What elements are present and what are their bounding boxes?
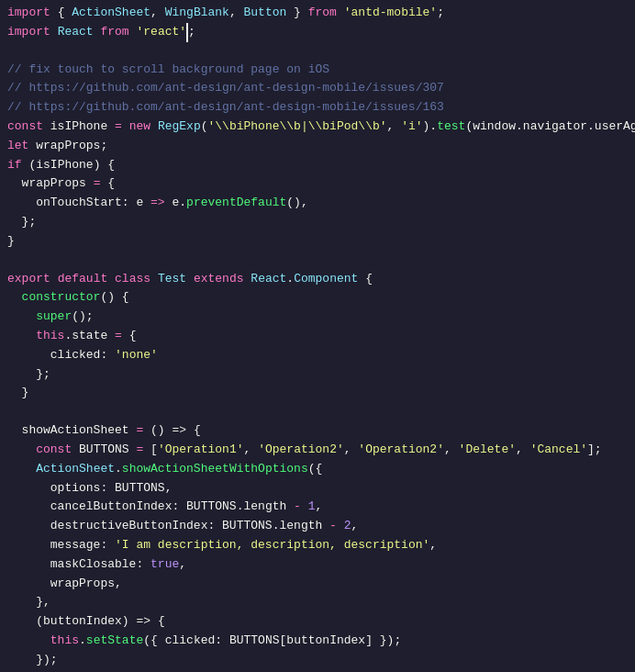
code-line-2: import React from 'react'; <box>0 23 635 42</box>
code-line-31: wrapProps, <box>0 575 635 594</box>
code-line-21: } <box>0 384 635 403</box>
code-editor: import { ActionSheet, WingBlank, Button … <box>0 0 635 672</box>
code-line-27: cancelButtonIndex: BUTTONS.length - 1, <box>0 498 635 517</box>
code-line-14 <box>0 252 635 270</box>
code-line-22 <box>0 403 635 421</box>
code-line-16: constructor() { <box>0 288 635 308</box>
code-line-33: (buttonIndex) => { <box>0 612 635 632</box>
code-line-29: message: 'I am description, description,… <box>0 536 635 555</box>
code-line-11: onTouchStart: e => e.preventDefault(), <box>0 194 635 213</box>
code-line-25: ActionSheet.showActionSheetWithOptions({ <box>0 460 635 479</box>
code-line-1: import { ActionSheet, WingBlank, Button … <box>0 4 635 23</box>
code-line-9: if (isIPhone) { <box>0 156 635 175</box>
code-line-8: let wrapProps; <box>0 137 635 156</box>
code-line-32: }, <box>0 593 635 612</box>
code-line-6: // https://github.com/ant-design/ant-des… <box>0 98 635 118</box>
code-line-15: export default class Test extends React.… <box>0 270 635 289</box>
code-line-28: destructiveButtonIndex: BUTTONS.length -… <box>0 517 635 536</box>
code-line-23: showActionSheet = () => { <box>0 421 635 441</box>
code-line-10: wrapProps = { <box>0 174 635 194</box>
code-line-17: super(); <box>0 308 635 327</box>
code-line-4: // fix touch to scroll background page o… <box>0 61 635 80</box>
code-line-26: options: BUTTONS, <box>0 479 635 498</box>
code-line-18: this.state = { <box>0 327 635 346</box>
code-line-7: const isIPhone = new RegExp('\\biPhone\\… <box>0 118 635 137</box>
code-line-35: }); <box>0 651 635 670</box>
code-line-24: const BUTTONS = ['Operation1', 'Operatio… <box>0 441 635 460</box>
code-line-5: // https://github.com/ant-design/ant-des… <box>0 79 635 98</box>
code-line-34: this.setState({ clicked: BUTTONS[buttonI… <box>0 632 635 651</box>
code-line-20: }; <box>0 365 635 385</box>
code-line-12: }; <box>0 213 635 232</box>
code-line-3 <box>0 42 635 61</box>
code-line-13: } <box>0 232 635 252</box>
code-line-19: clicked: 'none' <box>0 346 635 365</box>
code-line-30: maskClosable: true, <box>0 555 635 575</box>
